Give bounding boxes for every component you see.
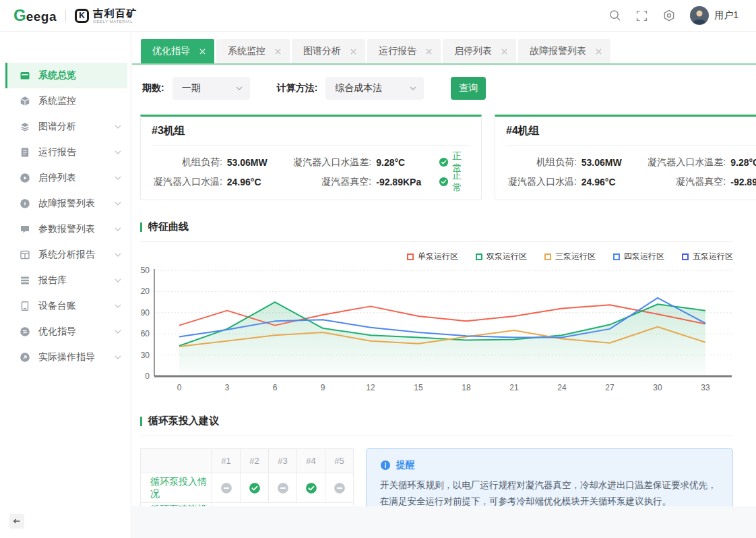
sidebar-item-layers[interactable]: 图谱分析	[5, 114, 127, 140]
tab-系统监控[interactable]: 系统监控	[216, 39, 290, 63]
legend-item[interactable]: 单泵运行区	[407, 251, 458, 262]
sidebar-item-label: 故障报警列表	[38, 198, 95, 210]
sidebar-item-label: 实际操作指导	[38, 351, 95, 363]
sidebar-item-dashboard[interactable]: 系统总览	[5, 63, 127, 88]
operation-icon	[20, 352, 30, 363]
search-icon[interactable]	[609, 9, 621, 22]
svg-text:150: 150	[140, 266, 150, 275]
metric-label: 机组负荷:	[506, 156, 577, 169]
tab-优化指导[interactable]: 优化指导	[141, 39, 214, 63]
close-icon[interactable]	[199, 49, 206, 55]
minus-circle-icon	[220, 481, 232, 492]
feature-curve-chart: 030609012015003691215182124273033	[140, 266, 733, 398]
tab-故障报警列表[interactable]: 故障报警列表	[518, 39, 610, 63]
collapse-sidebar-button[interactable]	[9, 514, 24, 529]
optimize-icon	[20, 326, 30, 337]
legend-label: 三泵运行区	[555, 251, 596, 262]
sidebar-item-play-circle[interactable]: 启停列表	[5, 165, 127, 191]
avatar[interactable]	[690, 6, 709, 25]
svg-text:0: 0	[177, 383, 182, 392]
chevron-down-icon	[115, 227, 121, 231]
table-row: 循环泵投入情况	[141, 473, 354, 503]
chart-legend: 单泵运行区 双泵运行区 三泵运行区 四泵运行区 五泵运行区	[140, 251, 733, 262]
table-row: 循环泵建议投入 2台	[141, 503, 354, 507]
metric-value: 24.96°C	[227, 177, 284, 187]
legend-item[interactable]: 四泵运行区	[613, 251, 664, 262]
svg-text:30: 30	[653, 383, 662, 392]
column-header: #3	[269, 449, 297, 473]
close-icon[interactable]	[596, 49, 602, 55]
logo-divider	[65, 9, 66, 22]
pump-section-title: 循环泵投入建议	[140, 415, 733, 427]
legend-label: 单泵运行区	[418, 251, 458, 262]
dashboard-icon	[20, 70, 30, 81]
sidebar-item-label: 图谱分析	[38, 121, 76, 133]
svg-text:3: 3	[225, 383, 230, 392]
tab-图谱分析[interactable]: 图谱分析	[292, 39, 365, 63]
sidebar-item-message[interactable]: 参数报警列表	[5, 216, 127, 242]
sidebar-item-operation[interactable]: 实际操作指导	[5, 345, 127, 370]
feature-curve-plot: 030609012015003691215182124273033	[140, 266, 732, 396]
legend-item[interactable]: 五泵运行区	[682, 251, 733, 262]
grid-report-icon	[20, 249, 30, 260]
close-icon[interactable]	[426, 49, 432, 55]
column-header: #2	[241, 449, 269, 473]
tab-启停列表[interactable]: 启停列表	[443, 39, 516, 63]
settings-gear-icon[interactable]	[663, 9, 675, 22]
sidebar-item-library[interactable]: 报告库	[5, 268, 127, 293]
legend-item[interactable]: 三泵运行区	[544, 251, 596, 262]
metric-label: 凝汽器入口水温:	[152, 176, 222, 188]
close-icon[interactable]	[350, 49, 356, 55]
metric-label: 凝汽器入口水温:	[506, 176, 577, 188]
sidebar-item-label: 设备台账	[38, 300, 76, 312]
tab-运行报告[interactable]: 运行报告	[367, 39, 441, 63]
reminder-title: 提醒	[380, 459, 719, 471]
pump-status-table: #1 #2 #3 #4 #5 循环泵投入情况 循环泵建议投入 2台	[140, 448, 354, 506]
period-select-value: 一期	[182, 82, 236, 94]
legend-swatch	[407, 253, 414, 260]
chevron-down-icon	[236, 86, 243, 90]
query-button[interactable]: 查询	[451, 77, 486, 100]
suggested-pump-count: 2台	[212, 503, 354, 507]
minus-circle-icon	[277, 481, 289, 492]
sidebar-item-ledger[interactable]: 设备台账	[5, 293, 127, 319]
sidebar-item-optimize[interactable]: 优化指导	[5, 319, 127, 345]
unit-card-title: #4机组	[506, 124, 756, 138]
chevron-down-icon	[115, 278, 121, 282]
svg-text:90: 90	[141, 308, 150, 318]
legend-swatch	[544, 253, 551, 260]
status-badge: 正常	[439, 170, 470, 194]
svg-text:6: 6	[273, 383, 278, 392]
legend-label: 双泵运行区	[486, 251, 527, 262]
bolt-circle-icon	[20, 198, 30, 209]
chevron-down-icon	[115, 150, 121, 154]
sidebar-item-cube[interactable]: 系统监控	[5, 88, 127, 114]
geega-logo-mark: G	[13, 7, 26, 24]
card-divider	[506, 145, 756, 146]
chevron-down-icon	[115, 253, 121, 257]
sidebar-item-bolt-circle[interactable]: 故障报警列表	[5, 191, 127, 216]
legend-item[interactable]: 双泵运行区	[476, 251, 527, 262]
chevron-down-icon	[115, 355, 121, 359]
calc-method-select[interactable]: 综合成本法	[325, 77, 424, 100]
geega-logo: G eega	[13, 7, 57, 24]
user-name: 用户1	[714, 9, 738, 22]
close-icon[interactable]	[275, 49, 281, 55]
section-accent-bar	[140, 417, 142, 426]
sidebar-item-label: 启停列表	[38, 172, 76, 184]
row-label: 循环泵建议投入	[141, 503, 212, 507]
user-menu[interactable]: 用户1	[690, 6, 738, 25]
pump-advice-row: #1 #2 #3 #4 #5 循环泵投入情况 循环泵建议投入 2台	[140, 448, 733, 506]
minus-circle-icon	[334, 481, 346, 492]
sidebar-item-report[interactable]: 运行报告	[5, 140, 127, 165]
curve-section-title-text: 特征曲线	[148, 220, 189, 233]
period-select[interactable]: 一期	[172, 77, 250, 100]
close-icon[interactable]	[501, 49, 507, 55]
curve-section-title: 特征曲线	[140, 220, 733, 233]
tab-label: 优化指导	[152, 45, 190, 57]
check-circle-icon	[305, 481, 317, 492]
sidebar-item-grid-report[interactable]: 系统分析报告	[5, 242, 127, 268]
metric-label: 凝汽器真空:	[639, 176, 726, 188]
table-header-row: #1 #2 #3 #4 #5	[141, 449, 354, 473]
fullscreen-icon[interactable]	[636, 9, 648, 22]
